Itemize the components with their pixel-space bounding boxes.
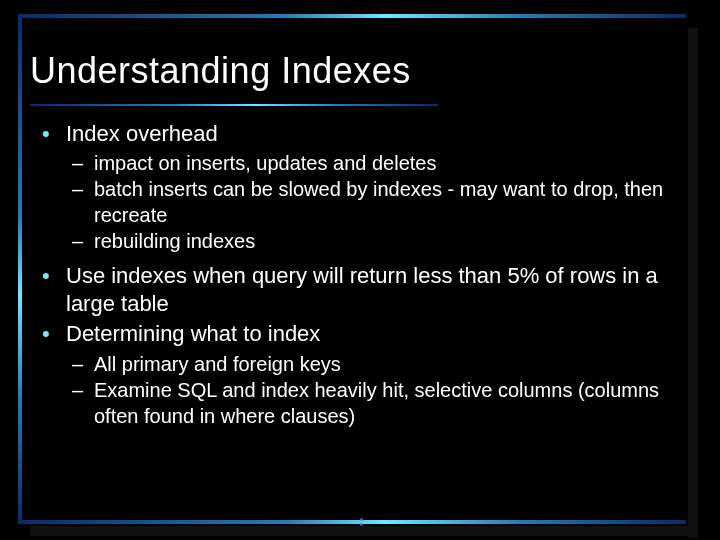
sub-bullet-item: rebuilding indexes [72,228,670,254]
slide: Understanding Indexes Index overhead imp… [0,0,720,540]
frame-bottom [18,520,686,524]
frame-left [18,14,22,524]
sub-bullet-item: All primary and foreign keys [72,351,670,377]
sub-bullet-item: Examine SQL and index heavily hit, selec… [72,377,670,429]
frame-top [18,14,686,18]
title-underline [30,104,438,106]
bullet-item: Use indexes when query will return less … [42,262,670,318]
frame-shadow-right [688,28,698,538]
sub-bullet-item: batch inserts can be slowed by indexes -… [72,176,670,228]
bullet-item: Determining what to index All primary an… [42,320,670,428]
slide-title: Understanding Indexes [30,50,670,92]
bullet-text: Index overhead [66,121,218,146]
sub-bullet-item: impact on inserts, updates and deletes [72,150,670,176]
bullet-text: Use indexes when query will return less … [66,263,658,316]
bullet-item: Index overhead impact on inserts, update… [42,120,670,254]
slide-body: Index overhead impact on inserts, update… [42,120,670,437]
frame-shadow-bottom [30,526,698,536]
frame-tick [360,518,363,526]
bullet-text: Determining what to index [66,321,320,346]
